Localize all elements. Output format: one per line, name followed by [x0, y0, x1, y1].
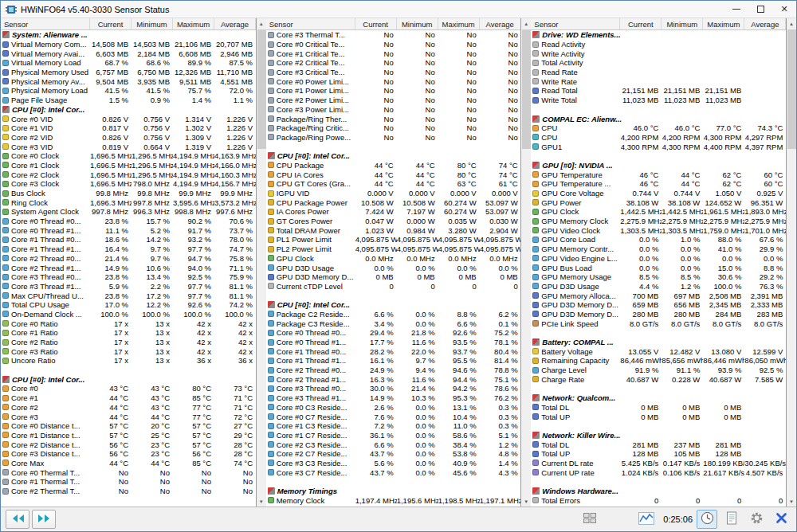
sensor-row[interactable]: GPU Bus Load0.0 %0.0 %15.0 %8.8 % — [531, 263, 786, 272]
sensor-row[interactable]: Package/Ring Powe...NoNoNoNo — [266, 133, 521, 143]
sensor-row[interactable]: Core #1 Thermal T...NoNoNoNo — [1, 477, 256, 487]
sensor-row[interactable]: GPU D3D Memory D...0 MB0 MB0 MB0 MB — [266, 272, 521, 282]
sensor-row[interactable]: Core #2 C3 Reside...6.6 %0.0 %38.4 %1.2 … — [266, 440, 521, 449]
sensor-row[interactable]: Total DRAM Power1.023 W0.984 W3.280 W2.9… — [266, 225, 521, 235]
reset-clock-button[interactable] — [697, 510, 717, 529]
sensor-row[interactable]: CPU IA Cores44 °C44 °C80 °C74 °C — [266, 170, 521, 179]
sensor-row[interactable]: Core #1 C3 Reside...7.2 %0.0 %11.0 %0.3 … — [266, 421, 521, 431]
report-button[interactable] — [721, 510, 742, 529]
sensor-row[interactable]: GPU Memory Contr...0.0 %0.0 %41.0 %29.9 … — [531, 244, 786, 254]
sensor-row[interactable]: PCIe Link Speed8.0 GT/s8.0 GT/s8.0 GT/s8… — [531, 319, 786, 328]
sensor-row[interactable]: GPU Temperature ...46 °C44 °C62 °C60 °C — [531, 179, 786, 189]
sensor-row[interactable]: GPU Clock1,442.5 MHz1,442.5 MHz1,961.5 M… — [531, 207, 786, 217]
title-bar[interactable]: HWiNFO64 v5.40-3030 Sensor Status ✕ — [1, 1, 796, 18]
sensor-row[interactable]: Total Activity — [531, 58, 786, 68]
column-header-current[interactable]: Current — [620, 18, 662, 29]
column-header-minimum[interactable]: Minimum — [132, 18, 173, 29]
scroll-down-button[interactable]: ▼ — [521, 496, 531, 507]
sensor-row[interactable]: Core #1 Clock1,696.5 MHz1,296.5 MHz4,194… — [1, 161, 256, 170]
scrollbar[interactable]: ▲ ▼ — [786, 18, 796, 507]
sensor-row[interactable]: System Agent Clock997.8 MHz996.3 MHz998.… — [1, 207, 256, 217]
sensor-row[interactable]: Charge Rate40.687 W0.228 W40.687 W7.585 … — [531, 374, 786, 384]
sensor-section-header[interactable]: Network: Killer Wire... — [531, 431, 786, 440]
sensor-row[interactable]: Core #3 Thread #0...30.0 %21.4 %94.2 %78… — [266, 384, 521, 393]
sensor-row[interactable]: Core #043 °C43 °C80 °C73 °C — [1, 384, 256, 393]
sensor-row[interactable]: Package/Ring Ther...NoNoNoNo — [266, 114, 521, 123]
scrollbar-thumb[interactable] — [787, 29, 796, 149]
sensor-row[interactable]: Core #3 C3 Reside...5.6 %0.0 %40.9 %1.4 … — [266, 459, 521, 468]
sensor-row[interactable]: Core #0 VID0.826 V0.756 V1.314 V1.226 V — [1, 114, 256, 123]
sensor-row[interactable]: Core #3 Thread #1...14.9 %10.3 %95.3 %76… — [266, 393, 521, 403]
sensor-row[interactable]: GPU Video Engine L...0.0 %0.0 %0.0 %0.0 … — [531, 254, 786, 264]
sensor-row[interactable]: Core #3 Ratio17 x13 x42 x42 x — [1, 346, 256, 356]
sensor-row[interactable]: Total UP0 MB0 MB0 MB — [531, 412, 786, 421]
sensor-section-header[interactable]: CPU [#0]: Intel Cor... — [1, 105, 256, 115]
sensor-row[interactable]: Total DL0 MB0 MB0 MB — [531, 403, 786, 413]
scroll-down-button[interactable]: ▼ — [257, 496, 266, 507]
sensor-row[interactable]: Core Max44 °C44 °C85 °C74 °C — [1, 459, 256, 468]
close-sensors-button[interactable] — [771, 510, 791, 529]
sensor-row[interactable]: IGPU VID0.000 V0.000 V0.000 V0.000 V — [266, 189, 521, 198]
sensor-row[interactable]: Core #1 VID0.817 V0.756 V1.302 V1.226 V — [1, 123, 256, 133]
column-header-minimum[interactable]: Minimum — [397, 18, 438, 29]
sensor-row[interactable]: Physical Memory Av...9,504 MB3,935 MB9,5… — [1, 76, 256, 86]
sensor-row[interactable]: Current UP rate1.024 KB/s0.106 KB/s21.61… — [531, 467, 786, 477]
sensor-row[interactable]: Virtual Memory Avai...6,603 MB2,184 MB6,… — [1, 49, 256, 58]
sensor-row[interactable]: Core #3 Clock1,696.5 MHz798.0 MHz4,194.9… — [1, 179, 256, 189]
sensor-row[interactable]: Core #2 Power Limi...NoNoNoNo — [266, 96, 521, 105]
sensor-row[interactable]: GPU Core Voltage0.744 V0.744 V1.050 V0.9… — [531, 189, 786, 198]
sensor-row[interactable]: Core #3 Thread #0...23.8 %13.4 %92.5 %75… — [1, 272, 256, 282]
sensor-section-header[interactable]: GPU [#0]: NVIDIA ... — [531, 161, 786, 170]
sensor-row[interactable]: Core #1 C7 Reside...36.1 %0.0 %58.6 %5.1… — [266, 431, 521, 440]
sensor-row[interactable]: GPU Clock0.0 MHz0.0 MHz0.0 MHz0.0 MHz — [266, 254, 521, 264]
sensor-row[interactable]: Total UP128 MB105 MB128 MB — [531, 449, 786, 459]
sensor-row[interactable]: GPU D3D Usage4.4 %1.2 %100.0 %76.3 % — [531, 282, 786, 291]
sensor-section-header[interactable]: CPU [#0]: Intel Cor... — [266, 300, 521, 310]
column-header-sensor[interactable]: Sensor — [266, 18, 355, 29]
scroll-down-button[interactable]: ▼ — [787, 496, 796, 507]
sensor-section-header[interactable]: Network: Qualcom... — [531, 393, 786, 403]
sensor-row[interactable]: Write Activity — [531, 49, 786, 58]
sensor-row[interactable]: Core #2 Ratio17 x13 x42 x42 x — [1, 338, 256, 347]
sensor-row[interactable]: Max CPU/Thread U...23.8 %17.2 %97.7 %81.… — [1, 291, 256, 300]
sensor-section-header[interactable]: System: Alienware ... — [1, 30, 256, 40]
sensor-row[interactable]: Package/Ring Critic...NoNoNoNo — [266, 123, 521, 133]
sensor-row[interactable]: Core #2 VID0.826 V0.756 V1.309 V1.226 V — [1, 133, 256, 143]
sensor-row[interactable]: Core #0 Thread #0...23.8 %15.7 %90.2 %70… — [1, 217, 256, 226]
sensor-row[interactable]: Core #3 Thermal T...NoNoNoNo — [266, 30, 521, 40]
sensor-row[interactable]: GPU Memory Clock2,275.9 MHz2,275.9 MHz2,… — [531, 217, 786, 226]
sensor-row[interactable]: Core #2 Thermal T...NoNoNoNo — [1, 487, 256, 496]
settings-button[interactable] — [746, 510, 767, 529]
sensor-row[interactable]: Bus Clock99.8 MHz99.8 MHz99.9 MHz99.9 MH… — [1, 189, 256, 198]
sensor-row[interactable]: Virtual Memory Com...14,508 MB14,503 MB2… — [1, 40, 256, 49]
scroll-up-button[interactable]: ▲ — [257, 18, 266, 29]
sensor-row[interactable]: Read Activity — [531, 40, 786, 49]
sensor-row[interactable]: GPU Memory Usage8.5 %8.5 %30.6 %29.2 % — [531, 272, 786, 282]
sensor-row[interactable]: Core #2 Distance t...56 °C23 °C57 °C28 °… — [1, 440, 256, 449]
sensor-row[interactable]: GPU D3D Memory D...280 MB280 MB284 MB283… — [531, 310, 786, 319]
sensor-row[interactable]: Total Errors0000 — [531, 495, 786, 505]
sensor-row[interactable]: GPU Power38.108 W38.108 W124.652 W96.351… — [531, 198, 786, 207]
column-header-maximum[interactable]: Maximum — [173, 18, 214, 29]
sensor-row[interactable]: Core #0 Clock1,696.5 MHz1,296.5 MHz4,194… — [1, 151, 256, 161]
nav-last-button[interactable] — [32, 510, 56, 529]
sensor-row[interactable]: Core #244 °C43 °C77 °C71 °C — [1, 403, 256, 413]
sensor-row[interactable]: On-Demand Clock ...100.0 %100.0 %100.0 %… — [1, 310, 256, 319]
sensor-row[interactable]: Core #2 Thread #1...14.9 %10.6 %94.0 %71… — [1, 263, 256, 272]
sensor-row[interactable]: PL1 Power Limit4,095.875 W4,095.875 W4,0… — [266, 235, 521, 244]
sensor-row[interactable]: Total DL281 MB237 MB281 MB — [531, 440, 786, 449]
sensor-row[interactable]: Core #1 Thread #1...16.4 %9.7 %97.7 %74.… — [1, 244, 256, 254]
sensor-row[interactable]: Package C3 Reside...3.4 %0.0 %6.6 %0.1 % — [266, 319, 521, 328]
scroll-up-button[interactable]: ▲ — [521, 18, 531, 29]
sensor-section-header[interactable]: Memory Timings — [266, 487, 521, 496]
nav-first-button[interactable] — [6, 510, 29, 529]
column-header-maximum[interactable]: Maximum — [438, 18, 480, 29]
sensor-row[interactable]: IA Cores Power7.424 W7.197 W60.274 W53.0… — [266, 207, 521, 217]
scrollbar-thumb[interactable] — [522, 29, 531, 149]
sensor-row[interactable]: Core #0 Critical Te...NoNoNoNo — [266, 40, 521, 49]
column-header-sensor[interactable]: Sensor — [531, 18, 620, 29]
sensor-row[interactable]: Package C2 Reside...6.6 %0.0 %8.8 %6.2 % — [266, 310, 521, 319]
sensor-row[interactable]: Core #1 Thread #0...28.2 %22.0 %93.7 %80… — [266, 346, 521, 356]
sensor-row[interactable]: Page File Usage1.5 %0.9 %1.4 %1.1 % — [1, 96, 256, 105]
sensor-row[interactable]: Core #0 Distance t...57 °C20 °C57 °C27 °… — [1, 421, 256, 431]
